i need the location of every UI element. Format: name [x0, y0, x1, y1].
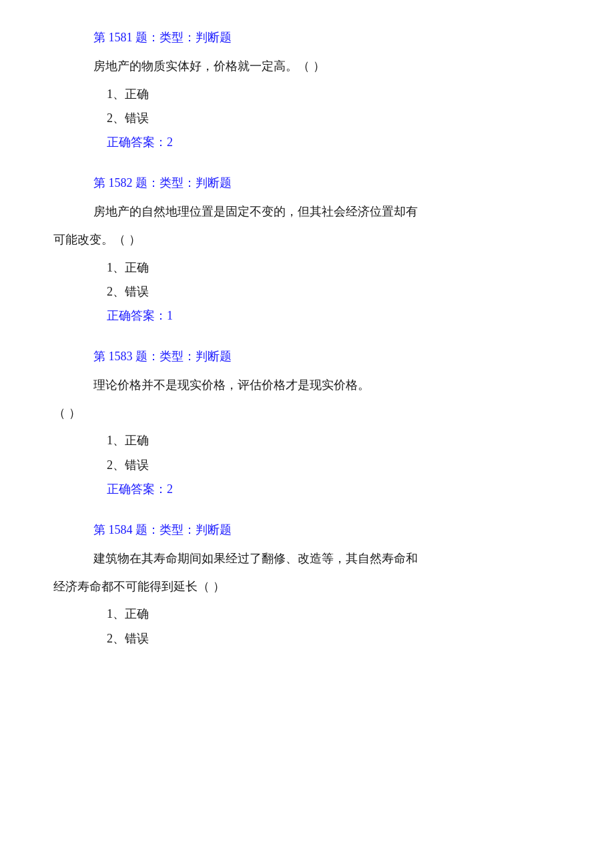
q1583-body-line2: （ ）	[40, 402, 574, 424]
q1584-body-line1: 建筑物在其寿命期间如果经过了翻修、改造等，其自然寿命和	[40, 547, 574, 570]
q1581-body: 房地产的物质实体好，价格就一定高。（ ）	[40, 55, 574, 77]
q1582-answer: 正确答案：1	[40, 305, 574, 326]
q1584-option-1: 1、正确	[40, 603, 574, 624]
q1582-body-line1: 房地产的自然地理位置是固定不变的，但其社会经济位置却有	[40, 200, 574, 223]
q1581-option-1: 1、正确	[40, 83, 574, 105]
q1582-header: 第 1582 题：类型：判断题	[40, 172, 574, 193]
q1581-header: 第 1581 题：类型：判断题	[40, 27, 574, 48]
question-1583: 第 1583 题：类型：判断题 理论价格并不是现实价格，评估价格才是现实价格。 …	[40, 346, 574, 500]
question-1581: 第 1581 题：类型：判断题 房地产的物质实体好，价格就一定高。（ ） 1、正…	[40, 27, 574, 153]
q1583-header: 第 1583 题：类型：判断题	[40, 346, 574, 367]
q1583-option-2: 2、错误	[40, 454, 574, 476]
q1583-option-1: 1、正确	[40, 430, 574, 451]
q1581-option-2: 2、错误	[40, 107, 574, 129]
question-1584: 第 1584 题：类型：判断题 建筑物在其寿命期间如果经过了翻修、改造等，其自然…	[40, 519, 574, 650]
q1584-header: 第 1584 题：类型：判断题	[40, 519, 574, 540]
q1581-answer: 正确答案：2	[40, 131, 574, 153]
q1584-option-2: 2、错误	[40, 628, 574, 649]
question-1582: 第 1582 题：类型：判断题 房地产的自然地理位置是固定不变的，但其社会经济位…	[40, 172, 574, 327]
q1583-body-line1: 理论价格并不是现实价格，评估价格才是现实价格。	[40, 374, 574, 396]
q1583-answer: 正确答案：2	[40, 478, 574, 500]
q1582-body-line2: 可能改变。（ ）	[40, 228, 574, 251]
q1582-option-2: 2、错误	[40, 281, 574, 302]
q1584-body-line2: 经济寿命都不可能得到延长（ ）	[40, 575, 574, 598]
q1582-option-1: 1、正确	[40, 257, 574, 278]
